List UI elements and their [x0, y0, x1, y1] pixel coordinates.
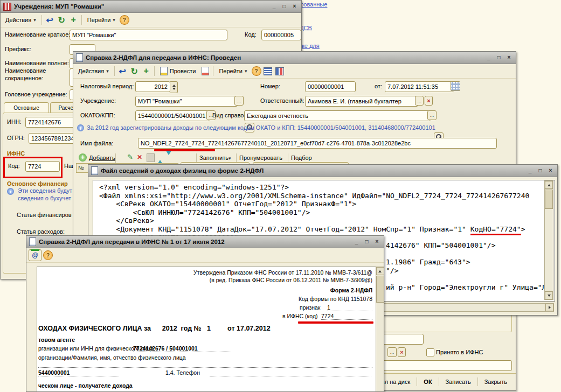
- okato-value: 5440000001: [38, 369, 119, 376]
- lower-select-button[interactable]: ...: [387, 347, 397, 357]
- expense-article-label: Статья расходов:: [17, 228, 65, 235]
- refresh-icon[interactable]: ↻: [57, 15, 67, 25]
- close-button[interactable]: ×: [505, 54, 513, 61]
- xml-fragment-1: 4142676" КПП="504001001"/>: [386, 241, 496, 249]
- accepted-checkbox-label: Принято в ИФНС: [436, 349, 483, 355]
- period-spinner[interactable]: [170, 81, 178, 93]
- maximize-button[interactable]: □: [280, 3, 288, 10]
- filename-prefix: NO_NDFL2_: [141, 140, 175, 146]
- minimize-button[interactable]: _: [270, 3, 278, 10]
- full-name-label: Наименование полное:: [5, 60, 69, 66]
- abbr-name-label: Наименование: [5, 67, 46, 74]
- period-field[interactable]: 2012: [135, 81, 170, 92]
- send-email-icon[interactable]: @: [29, 249, 41, 261]
- help-icon[interactable]: ?: [120, 15, 129, 25]
- inn-field[interactable]: 7724142676: [25, 117, 78, 128]
- document-structure-icon[interactable]: [263, 66, 273, 76]
- number-field[interactable]: 00000000001: [305, 81, 356, 92]
- minimize-button[interactable]: _: [352, 239, 361, 246]
- actions-menu[interactable]: Действия ▾: [75, 67, 112, 75]
- unpost-document-icon[interactable]: [200, 66, 210, 76]
- inn-label: ИНН:: [7, 118, 22, 125]
- tab-main[interactable]: Основные: [4, 102, 49, 113]
- vertical-scroll-thumb[interactable]: [545, 190, 553, 209]
- add-icon[interactable]: +: [79, 153, 87, 162]
- calendar-icon[interactable]: [451, 81, 460, 91]
- close-button[interactable]: ×: [546, 167, 555, 174]
- phone-dotted-line: [210, 369, 371, 376]
- dotted-rule: [38, 367, 372, 368]
- date-field[interactable]: 7.07.2012 11:51:35: [385, 81, 454, 92]
- form-scroll-up-button[interactable]: [376, 267, 384, 275]
- add-copy-icon[interactable]: +: [141, 66, 151, 76]
- red-underline-annotation: [298, 321, 373, 324]
- save-and-return-icon[interactable]: ↩: [45, 15, 55, 25]
- help-icon[interactable]: ?: [43, 250, 53, 260]
- filename-label: Имя файла:: [80, 140, 113, 146]
- maximize-button[interactable]: □: [495, 54, 503, 61]
- kodno-red-underline: КодНО="7724": [470, 225, 521, 235]
- scroll-right-button[interactable]: [545, 304, 553, 311]
- xml-titlebar[interactable]: Файл сведений о доходах физлиц по форме …: [88, 165, 557, 177]
- settings-structure-icon[interactable]: [275, 66, 285, 76]
- xml-line-4: <СвЮЛ ИННЮЛ="7724142676" КПП="504001001"…: [99, 208, 310, 217]
- responsible-select-button[interactable]: ...: [415, 96, 424, 106]
- ndfl-window-title: Справка 2-НДФЛ для передачи в ИФНС: Пров…: [86, 54, 241, 61]
- accepted-checkbox[interactable]: [426, 348, 434, 356]
- form-scroll-thumb[interactable]: [376, 276, 384, 303]
- code-field[interactable]: 000000005: [261, 30, 301, 40]
- close-button[interactable]: ×: [373, 239, 381, 246]
- pick-button[interactable]: Подбор: [291, 155, 312, 161]
- add-button[interactable]: Добавить: [89, 155, 115, 161]
- kind-select-button[interactable]: ...: [427, 110, 437, 120]
- deletion-mark-icon[interactable]: [147, 153, 155, 162]
- maximize-button[interactable]: □: [363, 239, 371, 246]
- org-select-button[interactable]: ...: [234, 96, 244, 106]
- document-icon: [76, 53, 83, 62]
- responsible-clear-icon[interactable]: ×: [425, 96, 433, 106]
- okato-label: ОКАТО/КПП:: [80, 112, 115, 118]
- close-button[interactable]: Закрыть: [481, 377, 510, 387]
- post-document-button[interactable]: Провести: [157, 66, 199, 76]
- actions-menu[interactable]: Действия ▾: [3, 16, 39, 24]
- institution-titlebar[interactable]: Учреждения: МУП "Ромашки" _ □ ×: [1, 1, 301, 13]
- add-copy-icon[interactable]: +: [68, 15, 79, 25]
- post-document-icon: [160, 67, 168, 75]
- ndfl-titlebar[interactable]: Справка 2-НДФЛ для передачи в ИФНС: Пров…: [73, 52, 516, 64]
- close-button[interactable]: ×: [290, 3, 299, 10]
- okato-field[interactable]: 15440000001/504001001: [135, 110, 210, 121]
- help-icon[interactable]: ?: [252, 66, 261, 76]
- form-name: Форма 2-НДФЛ: [330, 287, 372, 293]
- save-and-return-icon[interactable]: ↩: [117, 66, 128, 76]
- kind-field[interactable]: Ежегодная отчетность: [244, 110, 431, 121]
- minimize-button[interactable]: _: [526, 167, 534, 174]
- short-name-field[interactable]: МУП "Ромашки": [70, 30, 227, 40]
- responsible-field[interactable]: Акимова Е. И. (главный бухгалтер: [305, 96, 418, 107]
- filename-field[interactable]: NO_NDFL2_7724_7724_772414267677240101_20…: [138, 138, 497, 149]
- chevron-down-icon: ▾: [228, 156, 231, 161]
- finance-info-line2: сведения о бухучет: [18, 195, 71, 201]
- move-up-icon[interactable]: [157, 153, 163, 160]
- renumber-button[interactable]: Пронумеровать: [239, 155, 282, 161]
- delete-row-icon[interactable]: ✕: [137, 153, 142, 161]
- approved-line-1: Утверждена Приказом ФНС России от 17.11.…: [193, 269, 372, 276]
- minimize-button[interactable]: _: [484, 54, 493, 61]
- ogrn-field[interactable]: 1234567891234: [29, 133, 78, 144]
- edit-row-icon[interactable]: ✎: [127, 153, 133, 161]
- column-header-number[interactable]: №: [76, 163, 89, 173]
- scroll-down-button[interactable]: [545, 291, 553, 299]
- scroll-up-button[interactable]: [545, 181, 553, 189]
- ok-button[interactable]: ОК: [420, 377, 435, 387]
- print-form-titlebar[interactable]: Справка 2-НДФЛ для передачи в ИФНС № 1 о…: [26, 236, 384, 248]
- finance-article-label: Статья финансиров: [17, 212, 72, 218]
- short-name-label: Наименование краткое:: [5, 31, 70, 38]
- maximize-button[interactable]: □: [536, 167, 544, 174]
- org-field[interactable]: МУП "Ромашки": [135, 96, 238, 107]
- lower-clear-icon[interactable]: ×: [398, 347, 406, 357]
- xml-fragment-2: 1.1986" Гражд="643">: [386, 258, 470, 266]
- goto-menu[interactable]: Перейти ▾: [216, 67, 250, 75]
- goto-menu[interactable]: Перейти ▾: [85, 16, 118, 24]
- refresh-icon[interactable]: ↻: [129, 66, 140, 76]
- fill-menu[interactable]: Заполнить: [199, 155, 228, 161]
- save-button[interactable]: Записать: [442, 377, 474, 387]
